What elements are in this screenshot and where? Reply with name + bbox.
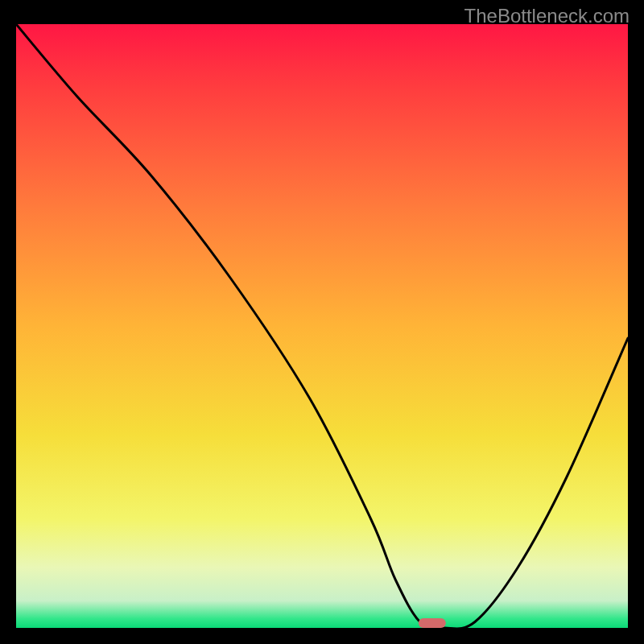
chart-svg [16,24,628,628]
optimal-marker [419,618,446,628]
watermark-text: TheBottleneck.com [464,5,630,27]
chart-area [16,24,628,628]
